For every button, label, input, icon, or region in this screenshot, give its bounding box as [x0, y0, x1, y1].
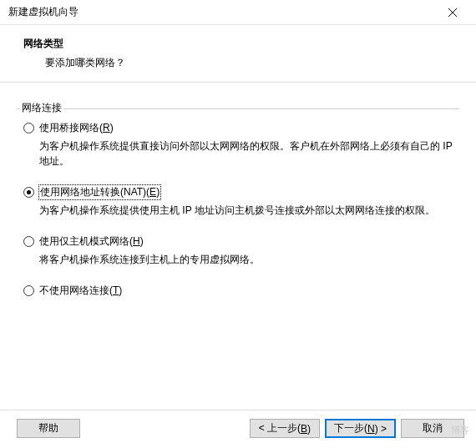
footer-buttons: 帮助 < 上一步(B) 下一步(N) > 取消	[0, 410, 476, 448]
wizard-header: 网络类型 要添加哪类网络？	[0, 25, 476, 83]
window-title: 新建虚拟机向导	[8, 5, 78, 19]
back-button[interactable]: < 上一步(B)	[250, 419, 320, 438]
close-button[interactable]	[436, 1, 469, 24]
option-nat-label: 使用网络地址转换(NAT)(E)	[39, 185, 160, 199]
option-nat-desc: 为客户机操作系统提供使用主机 IP 地址访问主机拨号连接或外部以太网网络连接的权…	[39, 203, 453, 218]
option-none[interactable]: 不使用网络连接(T)	[23, 284, 453, 298]
radio-nat[interactable]	[23, 187, 34, 198]
content-area: 网络连接 使用桥接网络(R) 为客户机操作系统提供直接访问外部以太网网络的权限。…	[0, 83, 476, 321]
option-hostonly-label: 使用仅主机模式网络(H)	[39, 234, 144, 249]
option-bridged-desc: 为客户机操作系统提供直接访问外部以太网网络的权限。客户机在外部网络上必须有自己的…	[39, 138, 453, 169]
cancel-button[interactable]: 取消	[401, 419, 464, 438]
titlebar: 新建虚拟机向导	[0, 0, 476, 25]
close-icon	[448, 8, 457, 17]
page-subtext: 要添加哪类网络？	[45, 56, 459, 70]
option-bridged-label: 使用桥接网络(R)	[39, 121, 114, 135]
radio-bridged[interactable]	[23, 123, 34, 133]
next-button[interactable]: 下一步(N) >	[325, 419, 396, 438]
option-hostonly[interactable]: 使用仅主机模式网络(H) 将客户机操作系统连接到主机上的专用虚拟网络。	[23, 234, 453, 267]
option-hostonly-desc: 将客户机操作系统连接到主机上的专用虚拟网络。	[39, 252, 453, 267]
help-button[interactable]: 帮助	[17, 419, 80, 438]
network-options-group: 使用桥接网络(R) 为客户机操作系统提供直接访问外部以太网网络的权限。客户机在外…	[17, 109, 459, 321]
radio-none[interactable]	[23, 285, 34, 296]
option-nat[interactable]: 使用网络地址转换(NAT)(E) 为客户机操作系统提供使用主机 IP 地址访问主…	[23, 185, 453, 218]
radio-hostonly[interactable]	[23, 236, 34, 247]
option-bridged[interactable]: 使用桥接网络(R) 为客户机操作系统提供直接访问外部以太网网络的权限。客户机在外…	[23, 121, 453, 169]
fieldset-legend: 网络连接	[20, 101, 63, 115]
page-heading: 网络类型	[23, 37, 459, 51]
option-none-label: 不使用网络连接(T)	[39, 284, 122, 298]
